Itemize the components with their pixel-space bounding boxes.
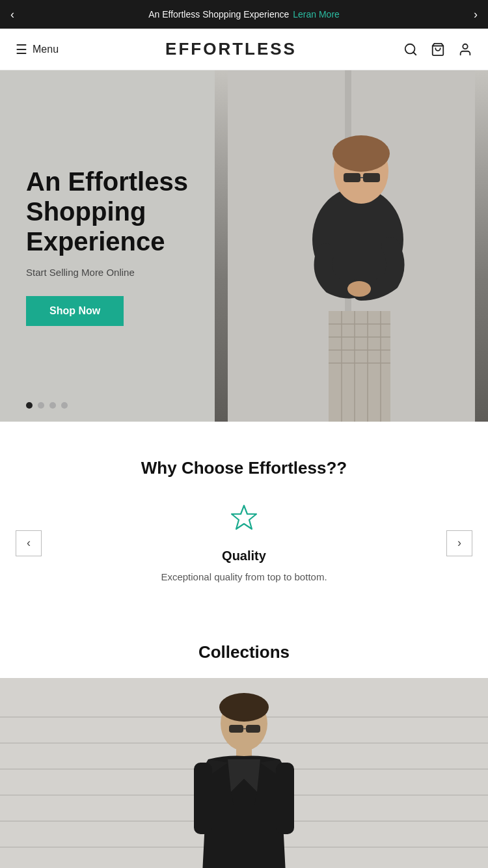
chevron-right-icon: › [474,8,478,21]
why-title: Why Choose Effortless?? [16,458,472,478]
collections-image [0,678,488,869]
search-icon [403,42,418,57]
svg-point-8 [332,135,390,172]
header-icons [403,42,472,57]
search-button[interactable] [403,42,418,57]
announcement-link[interactable]: Leran More [293,9,340,20]
bag-icon [431,42,445,57]
svg-point-12 [347,281,371,297]
menu-button[interactable]: ☰ Menu [16,42,59,57]
chevron-left-icon: ‹ [27,536,31,550]
svg-rect-33 [246,725,260,733]
chevron-left-icon: ‹ [10,8,14,21]
chevron-right-icon: › [457,536,461,550]
why-prev-button[interactable]: ‹ [16,530,42,556]
bag-button[interactable] [431,42,445,57]
announcement-text: An Effortless Shopping Experience [148,9,289,20]
logo[interactable]: EFFORTLESS [165,39,297,59]
svg-point-3 [463,44,467,48]
hero-person-svg [228,70,475,422]
svg-rect-36 [194,763,212,834]
svg-rect-37 [276,763,294,834]
hamburger-icon: ☰ [16,42,27,57]
svg-line-1 [413,52,416,55]
why-carousel: ‹ Quality Exceptional quality from top t… [16,502,472,585]
hero-title: An Effortless Shopping Experience [26,167,215,256]
why-card: Quality Exceptional quality from top to … [55,502,433,585]
announcement-prev-button[interactable]: ‹ [0,0,25,29]
why-card-desc: Exceptional quality from top to bottom. [161,570,327,585]
announcement-next-button[interactable]: › [463,0,488,29]
why-section: Why Choose Effortless?? ‹ Quality Except… [0,422,488,611]
quality-icon [227,502,261,538]
hero-section: An Effortless Shopping Experience Start … [0,70,488,422]
svg-rect-9 [344,173,360,182]
why-next-button[interactable]: › [446,530,472,556]
hero-subtitle: Start Selling More Online [26,267,215,278]
announcement-bar: ‹ An Effortless Shopping Experience Lera… [0,0,488,29]
hero-person [215,70,488,422]
shop-now-button[interactable]: Shop Now [26,296,124,326]
collections-person-svg [0,678,488,869]
hero-content: An Effortless Shopping Experience Start … [0,70,241,422]
svg-rect-10 [363,173,380,182]
header: ☰ Menu EFFORTLESS [0,29,488,70]
svg-point-31 [219,693,269,722]
user-icon [458,42,472,57]
svg-rect-32 [229,725,243,733]
user-button[interactable] [458,42,472,57]
why-card-title: Quality [222,549,266,563]
collections-section: Collections [0,611,488,869]
hero-image [215,70,488,422]
menu-label: Menu [33,44,59,55]
collections-title: Collections [0,642,488,662]
